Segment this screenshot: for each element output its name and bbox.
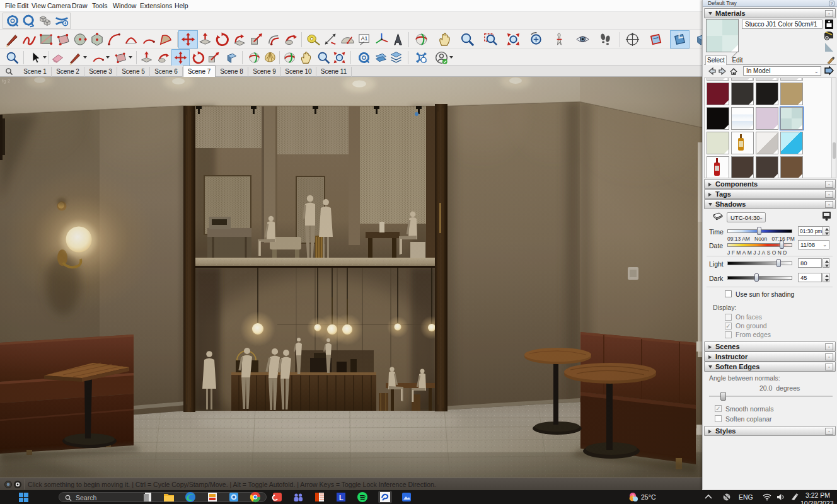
svg-text:fg 2: fg 2 [2,78,11,84]
svg-text:A1: A1 [361,35,368,42]
svg-text:?: ? [632,494,635,498]
svg-text:L: L [339,494,343,501]
